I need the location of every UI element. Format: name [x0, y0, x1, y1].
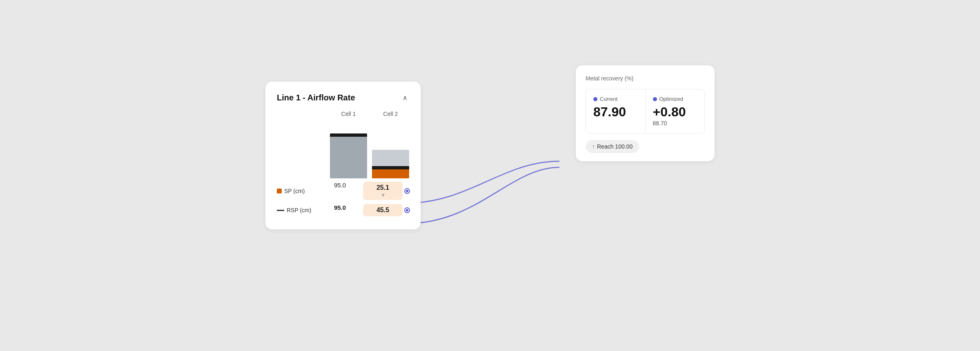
- cell1-bar-top: [330, 133, 367, 137]
- sp-connector-dot: [405, 189, 409, 193]
- cell2-label: Cell 2: [383, 111, 398, 117]
- cell1-label: Cell 1: [341, 111, 356, 117]
- metrics-row: Current 87.90 Optimized +0.80 88.70: [586, 89, 705, 133]
- recovery-section-label: Metal recovery (%): [586, 75, 705, 82]
- current-metric: Current 87.90: [586, 89, 646, 133]
- optimized-sub-value: 88.70: [653, 120, 697, 127]
- rsp-values: 95.0 45.5: [322, 204, 403, 216]
- sp-chevron-down: ∨: [381, 192, 385, 198]
- optimized-metric: Optimized +0.80 88.70: [646, 89, 705, 133]
- current-header: Current: [593, 96, 638, 102]
- sp-icon: [277, 189, 282, 193]
- card-title: Line 1 - Airflow Rate: [277, 93, 355, 102]
- reach-label: Reach 100.00: [597, 143, 633, 150]
- cell1-bar: [330, 121, 367, 178]
- rsp-icon: [277, 210, 284, 211]
- cell2-bar-top: [372, 166, 409, 169]
- sp-row: SP (cm) 95.0 25.1 ∨: [277, 182, 409, 200]
- cell1-bar-body: [330, 133, 367, 178]
- sp-cell1-value: 95.0: [322, 182, 358, 200]
- cell2-bar-orange: [372, 169, 409, 178]
- current-dot: [593, 97, 597, 101]
- airflow-rate-card: Line 1 - Airflow Rate ∧ Cell 1 Cell 2: [265, 82, 421, 229]
- scene: Line 1 - Airflow Rate ∧ Cell 1 Cell 2: [265, 65, 715, 286]
- sp-values: 95.0 25.1 ∨: [322, 182, 403, 200]
- metal-recovery-card: Metal recovery (%) Current 87.90 Optimiz…: [576, 65, 715, 161]
- rsp-cell2-value: 45.5: [363, 204, 403, 216]
- sp-label: SP (cm): [284, 188, 305, 194]
- cell2-bar-body: [372, 150, 409, 178]
- rsp-label: RSP (cm): [287, 207, 311, 213]
- optimized-value: +0.80: [653, 105, 697, 118]
- data-rows: SP (cm) 95.0 25.1 ∨ RSP (cm): [277, 182, 409, 216]
- optimized-label: Optimized: [659, 96, 684, 102]
- cell2-bar: [372, 121, 409, 178]
- optimized-dot: [653, 97, 657, 101]
- card-header: Line 1 - Airflow Rate ∧: [277, 93, 409, 102]
- sp-legend: SP (cm): [277, 188, 322, 194]
- rsp-connector-dot: [405, 208, 409, 212]
- collapse-icon[interactable]: ∧: [401, 94, 409, 102]
- optimized-header: Optimized: [653, 96, 697, 102]
- current-label: Current: [600, 96, 617, 102]
- rsp-legend: RSP (cm): [277, 207, 322, 213]
- reach-icon: ↑: [592, 144, 595, 149]
- reach-button[interactable]: ↑ Reach 100.00: [586, 140, 639, 153]
- rsp-cell1-value: 95.0: [322, 204, 358, 216]
- rsp-row: RSP (cm) 95.0 45.5: [277, 204, 409, 216]
- current-value: 87.90: [593, 105, 638, 118]
- sp-cell2-value: 25.1 ∨: [363, 182, 403, 200]
